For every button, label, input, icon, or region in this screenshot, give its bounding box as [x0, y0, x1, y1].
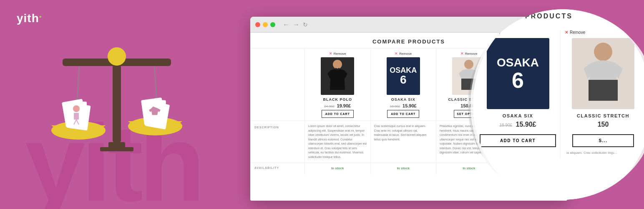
remove-osaka[interactable]: ✕ Remove: [395, 51, 412, 56]
zoom-products: ✕ Remove OSAKA 6 OSAKA SIX 18.90£ 15.90£…: [480, 30, 644, 159]
label-col: [250, 48, 304, 120]
svg-rect-19: [108, 142, 125, 148]
browser-nav: ← → ↻: [283, 21, 308, 28]
remove-black-polo[interactable]: ✕ Remove: [329, 51, 346, 56]
scale-illustration: [33, 25, 200, 184]
svg-rect-13: [74, 113, 79, 120]
back-arrow-icon[interactable]: ←: [283, 21, 289, 28]
close-dot[interactable]: [255, 22, 260, 27]
svg-point-2: [108, 47, 126, 66]
zoom-col-osaka: ✕ Remove OSAKA 6 OSAKA SIX 18.90£ 15.90£…: [480, 30, 561, 159]
remove-classic[interactable]: ✕ Remove: [460, 51, 478, 56]
svg-line-5: [154, 66, 156, 94]
svg-rect-27: [589, 80, 618, 101]
svg-point-21: [333, 60, 342, 69]
product-price-black-polo: 24.90£ 19.90£: [308, 103, 367, 108]
svg-point-22: [464, 60, 473, 69]
svg-point-26: [594, 43, 612, 61]
zoom-product-img-osaka: OSAKA 6: [487, 38, 549, 109]
zoom-set-options-classic[interactable]: S...: [572, 134, 634, 147]
desc-text-1: Lorem ipsum dolor sit amet, consectetur …: [304, 121, 370, 163]
product-img-osaka: OSAKA 6: [387, 57, 420, 95]
refresh-icon[interactable]: ↻: [303, 21, 308, 28]
svg-rect-20: [100, 147, 133, 151]
zoom-product-name-osaka: OSAKA SIX: [480, 113, 556, 118]
zoom-product-name-classic: CLASSIC STRETCH: [565, 113, 641, 118]
product-name-black-polo: BLACK POLO: [308, 97, 367, 102]
zoom-magnifier: COMPARE PRODUCTS ⤢ ✕ ✕ Remove OSAKA 6 OS…: [473, 4, 644, 205]
svg-line-3: [77, 66, 79, 100]
avail-1: In stock: [304, 163, 370, 174]
avail-2: In stock: [370, 163, 436, 174]
desc-text-2: Cras scelerisque cursus erat in aliquam.…: [370, 121, 436, 163]
product-price-osaka: 18.90£ 15.90£: [374, 103, 433, 108]
product-col-black-polo: ✕ Remove BLACK POLO 24.90£ 19.90£: [304, 48, 370, 120]
yith-logo: yith●: [17, 12, 42, 25]
minimize-dot[interactable]: [263, 22, 268, 27]
svg-point-12: [73, 105, 80, 112]
svg-rect-18: [145, 101, 170, 130]
zoom-product-price-osaka: 18.90£ 15.90£: [480, 121, 556, 128]
zoom-add-to-cart-osaka[interactable]: ADD TO CART: [480, 134, 556, 147]
zoom-product-img-classic: [572, 38, 634, 109]
availability-label: AVAILABILITY: [250, 163, 304, 174]
add-to-cart-black-polo[interactable]: ADD TO CART: [322, 110, 354, 118]
product-col-osaka: ✕ Remove OSAKA 6 OSAKA SIX 18.90£ 15.90£…: [370, 48, 436, 120]
zoom-col-classic: ✕ Remove CLASSIC STRETCH 150 S..: [565, 30, 644, 159]
browser-dots: [255, 22, 275, 27]
zoom-partial-text: ia aliquam. Cras sollicitudin triqu...: [565, 147, 641, 159]
product-name-osaka: OSAKA SIX: [374, 97, 433, 102]
zoom-content: COMPARE PRODUCTS ⤢ ✕ ✕ Remove OSAKA 6 OS…: [473, 4, 644, 205]
description-label: DESCRIPTION: [250, 121, 304, 133]
product-img-black-polo: [321, 57, 354, 95]
maximize-dot[interactable]: [270, 22, 275, 27]
add-to-cart-osaka[interactable]: ADD TO CART: [387, 110, 419, 118]
zoom-product-price-classic: 150: [565, 121, 641, 128]
forward-arrow-icon[interactable]: →: [293, 21, 299, 28]
